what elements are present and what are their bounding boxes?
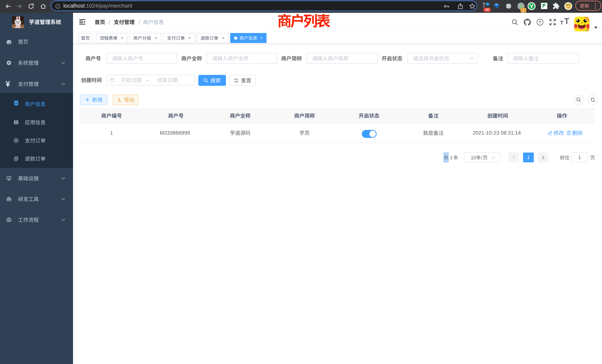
svg-text:?: ? [539, 20, 541, 24]
